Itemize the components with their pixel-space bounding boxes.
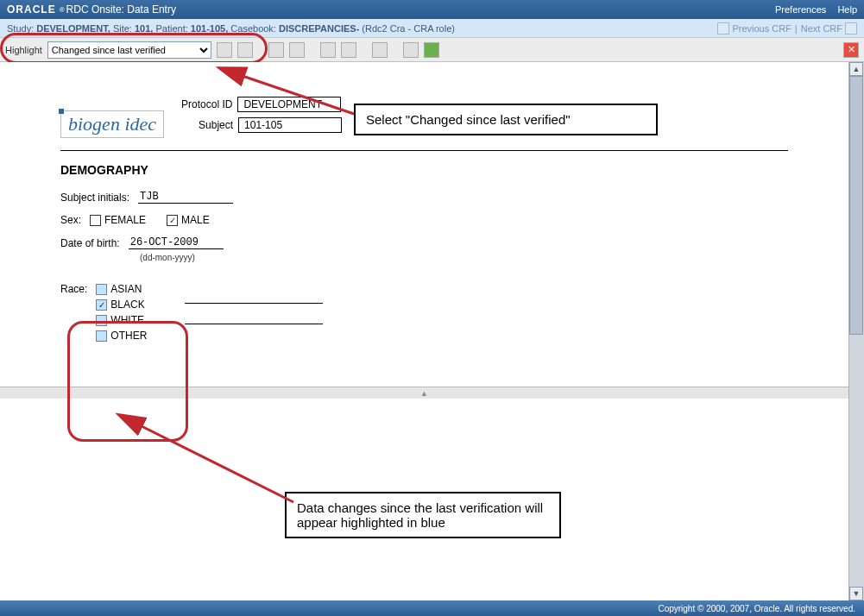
vertical-scrollbar[interactable]: ▲ ▼ <box>848 62 864 600</box>
race-other-label: OTHER <box>110 330 147 342</box>
race-white-label: WHITE <box>110 314 144 326</box>
preferences-link[interactable]: Preferences <box>775 4 826 15</box>
toolbar-icon-3[interactable] <box>268 42 284 58</box>
copyright-bar: Copyright © 2000, 2007, Oracle. All righ… <box>0 600 864 616</box>
next-crf-link[interactable]: Next CRF <box>801 22 857 35</box>
patient-value[interactable]: 101-105, <box>191 23 228 34</box>
casebook-value: DISCREPANCIES- <box>279 23 359 34</box>
breadcrumb: Study: DEVELOPMENT, Site: 101, Patient: … <box>0 19 864 38</box>
race-black-label: BLACK <box>110 299 144 311</box>
app-title: RDC Onsite: Data Entry <box>66 3 176 16</box>
site-label: Site: <box>113 23 132 34</box>
scroll-up-icon[interactable]: ▲ <box>849 62 863 76</box>
trash-icon[interactable] <box>372 42 388 58</box>
race-line-1 <box>185 292 323 304</box>
highlight-select[interactable]: Changed since last verified <box>47 41 211 59</box>
dob-field[interactable]: 26-OCT-2009 <box>129 236 224 249</box>
sex-male-checkbox[interactable]: MALE <box>167 214 210 226</box>
race-other-checkbox[interactable]: OTHER <box>96 330 147 342</box>
dob-hint: (dd-mon-yyyy) <box>140 253 788 262</box>
toolbar: Highlight Changed since last verified ✕ <box>0 38 864 62</box>
toolbar-icon-7[interactable] <box>403 42 419 58</box>
role-label: (Rdc2 Cra - CRA role) <box>362 23 455 34</box>
toolbar-icon-4[interactable] <box>289 42 305 58</box>
protocol-id-label: Protocol ID <box>181 98 232 110</box>
prev-crf-label: Previous CRF <box>732 23 791 34</box>
site-value[interactable]: 101, <box>135 23 153 34</box>
study-label: Study: <box>7 23 34 34</box>
toolbar-icon-1[interactable] <box>217 42 232 58</box>
race-asian-label: ASIAN <box>110 283 142 295</box>
casebook-label: Casebook: <box>230 23 276 34</box>
subject-label: Subject <box>199 119 233 131</box>
prev-crf-icon <box>717 22 729 35</box>
protocol-id-field[interactable]: DEVELOPMENT <box>237 97 341 112</box>
study-value[interactable]: DEVELOPMENT, <box>36 23 110 34</box>
highlight-label: Highlight <box>5 45 42 55</box>
previous-crf-link[interactable]: Previous CRF <box>717 22 791 35</box>
close-icon[interactable]: ✕ <box>843 42 859 58</box>
save-icon[interactable] <box>424 42 439 58</box>
help-link[interactable]: Help <box>837 4 857 15</box>
separator <box>60 150 788 151</box>
subject-initials-field[interactable]: TJB <box>138 191 233 204</box>
resize-grip-bar[interactable]: ▲ <box>0 387 848 399</box>
section-title: DEMOGRAPHY <box>60 163 788 177</box>
dob-label: Date of birth: <box>60 237 120 249</box>
subject-initials-label: Subject initials: <box>60 192 129 204</box>
toolbar-icon-2[interactable] <box>237 42 253 58</box>
race-white-checkbox[interactable]: WHITE <box>96 314 147 326</box>
scroll-thumb[interactable] <box>849 76 863 335</box>
title-bar: ORACLE® RDC Onsite: Data Entry Preferenc… <box>0 0 864 19</box>
callout-top: Select "Changed since last verified" <box>354 104 658 135</box>
sex-female-label: FEMALE <box>104 214 146 226</box>
race-line-2 <box>185 312 323 324</box>
next-crf-label: Next CRF <box>801 23 842 34</box>
patient-label: Patient: <box>155 23 187 34</box>
race-asian-checkbox[interactable]: ASIAN <box>96 283 147 295</box>
next-crf-icon <box>845 22 857 35</box>
sex-female-checkbox[interactable]: FEMALE <box>90 214 146 226</box>
callout-bottom: Data changes since the last verification… <box>285 492 561 538</box>
brand-logo: ORACLE <box>7 3 56 16</box>
sex-label: Sex: <box>60 214 81 226</box>
sex-male-label: MALE <box>181 214 210 226</box>
toolbar-icon-5[interactable] <box>320 42 336 58</box>
scroll-down-icon[interactable]: ▼ <box>849 587 863 600</box>
brand-reg: ® <box>60 6 65 14</box>
race-label: Race: <box>60 283 87 295</box>
race-black-checkbox[interactable]: BLACK <box>96 299 147 311</box>
sponsor-logo: biogen idec <box>60 110 164 138</box>
crf-page-area: biogen idec Protocol ID DEVELOPMENT Subj… <box>0 62 848 600</box>
subject-field[interactable]: 101-105 <box>238 117 342 133</box>
svg-line-1 <box>138 424 293 502</box>
toolbar-icon-6[interactable] <box>341 42 356 58</box>
